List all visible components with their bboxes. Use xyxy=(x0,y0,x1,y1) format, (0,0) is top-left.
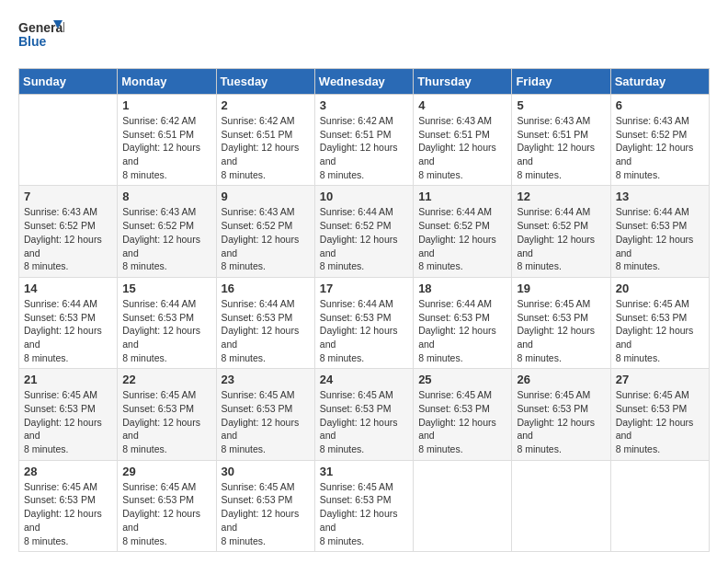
day-info: Sunrise: 6:45 AMSunset: 6:53 PMDaylight:… xyxy=(616,297,704,364)
day-number: 21 xyxy=(24,373,112,386)
day-number: 18 xyxy=(418,282,506,295)
day-info: Sunrise: 6:45 AMSunset: 6:53 PMDaylight:… xyxy=(616,388,704,455)
header-day-wednesday: Wednesday xyxy=(314,69,413,95)
day-info: Sunrise: 6:45 AMSunset: 6:53 PMDaylight:… xyxy=(320,388,408,455)
header-day-tuesday: Tuesday xyxy=(216,69,314,95)
day-number: 31 xyxy=(320,465,408,478)
calendar-table: SundayMondayTuesdayWednesdayThursdayFrid… xyxy=(18,68,710,552)
calendar-cell: 4Sunrise: 6:43 AMSunset: 6:51 PMDaylight… xyxy=(414,95,512,186)
day-number: 24 xyxy=(320,373,408,386)
calendar-cell: 22Sunrise: 6:45 AMSunset: 6:53 PMDayligh… xyxy=(118,369,216,460)
day-info: Sunrise: 6:44 AMSunset: 6:53 PMDaylight:… xyxy=(418,297,506,364)
day-number: 12 xyxy=(517,190,605,203)
calendar-cell: 27Sunrise: 6:45 AMSunset: 6:53 PMDayligh… xyxy=(610,369,709,460)
day-info: Sunrise: 6:44 AMSunset: 6:53 PMDaylight:… xyxy=(616,205,704,272)
day-number: 26 xyxy=(517,373,605,386)
day-number: 10 xyxy=(320,190,408,203)
day-number: 13 xyxy=(616,190,704,203)
day-number: 2 xyxy=(222,98,310,112)
calendar-week-row: 14Sunrise: 6:44 AMSunset: 6:53 PMDayligh… xyxy=(19,277,710,368)
header-day-saturday: Saturday xyxy=(610,69,709,95)
calendar-cell: 11Sunrise: 6:44 AMSunset: 6:52 PMDayligh… xyxy=(414,186,512,277)
calendar-cell: 2Sunrise: 6:42 AMSunset: 6:51 PMDaylight… xyxy=(216,95,314,186)
day-info: Sunrise: 6:44 AMSunset: 6:53 PMDaylight:… xyxy=(24,297,112,364)
day-number: 16 xyxy=(222,282,310,295)
calendar-cell: 26Sunrise: 6:45 AMSunset: 6:53 PMDayligh… xyxy=(512,369,610,460)
day-info: Sunrise: 6:43 AMSunset: 6:51 PMDaylight:… xyxy=(418,114,506,181)
calendar-cell: 6Sunrise: 6:43 AMSunset: 6:52 PMDaylight… xyxy=(610,95,709,186)
day-number: 8 xyxy=(122,190,210,203)
day-info: Sunrise: 6:44 AMSunset: 6:53 PMDaylight:… xyxy=(222,297,310,364)
day-number: 4 xyxy=(418,98,506,112)
day-number: 30 xyxy=(222,465,310,478)
calendar-cell: 21Sunrise: 6:45 AMSunset: 6:53 PMDayligh… xyxy=(19,369,118,460)
calendar-cell: 14Sunrise: 6:44 AMSunset: 6:53 PMDayligh… xyxy=(19,277,118,368)
day-info: Sunrise: 6:44 AMSunset: 6:52 PMDaylight:… xyxy=(517,205,605,272)
day-info: Sunrise: 6:43 AMSunset: 6:52 PMDaylight:… xyxy=(616,114,704,181)
logo: General Blue xyxy=(18,18,64,53)
day-info: Sunrise: 6:45 AMSunset: 6:53 PMDaylight:… xyxy=(122,388,210,455)
calendar-week-row: 1Sunrise: 6:42 AMSunset: 6:51 PMDaylight… xyxy=(19,95,710,186)
day-number: 17 xyxy=(320,282,408,295)
day-number: 20 xyxy=(616,282,704,295)
day-number: 28 xyxy=(24,465,112,478)
calendar-cell: 24Sunrise: 6:45 AMSunset: 6:53 PMDayligh… xyxy=(314,369,413,460)
calendar-cell: 9Sunrise: 6:43 AMSunset: 6:52 PMDaylight… xyxy=(216,186,314,277)
day-info: Sunrise: 6:43 AMSunset: 6:52 PMDaylight:… xyxy=(122,205,210,272)
calendar-week-row: 7Sunrise: 6:43 AMSunset: 6:52 PMDaylight… xyxy=(19,186,710,277)
calendar-cell: 23Sunrise: 6:45 AMSunset: 6:53 PMDayligh… xyxy=(216,369,314,460)
calendar-cell: 18Sunrise: 6:44 AMSunset: 6:53 PMDayligh… xyxy=(414,277,512,368)
day-number: 7 xyxy=(24,190,112,203)
calendar-cell: 3Sunrise: 6:42 AMSunset: 6:51 PMDaylight… xyxy=(314,95,413,186)
day-info: Sunrise: 6:43 AMSunset: 6:51 PMDaylight:… xyxy=(517,114,605,181)
day-number: 11 xyxy=(418,190,506,203)
calendar-cell: 30Sunrise: 6:45 AMSunset: 6:53 PMDayligh… xyxy=(216,460,314,551)
day-number: 25 xyxy=(418,373,506,386)
logo-svg: General Blue xyxy=(18,18,64,53)
day-info: Sunrise: 6:43 AMSunset: 6:52 PMDaylight:… xyxy=(24,205,112,272)
calendar-cell: 29Sunrise: 6:45 AMSunset: 6:53 PMDayligh… xyxy=(118,460,216,551)
calendar-cell: 8Sunrise: 6:43 AMSunset: 6:52 PMDaylight… xyxy=(118,186,216,277)
day-info: Sunrise: 6:44 AMSunset: 6:52 PMDaylight:… xyxy=(418,205,506,272)
day-number: 19 xyxy=(517,282,605,295)
day-info: Sunrise: 6:42 AMSunset: 6:51 PMDaylight:… xyxy=(320,114,408,181)
day-info: Sunrise: 6:44 AMSunset: 6:53 PMDaylight:… xyxy=(122,297,210,364)
day-number: 1 xyxy=(122,98,210,112)
header-day-friday: Friday xyxy=(512,69,610,95)
day-info: Sunrise: 6:45 AMSunset: 6:53 PMDaylight:… xyxy=(517,388,605,455)
calendar-cell: 13Sunrise: 6:44 AMSunset: 6:53 PMDayligh… xyxy=(610,186,709,277)
calendar-header-row: SundayMondayTuesdayWednesdayThursdayFrid… xyxy=(19,69,710,95)
day-info: Sunrise: 6:45 AMSunset: 6:53 PMDaylight:… xyxy=(222,480,310,547)
day-number: 23 xyxy=(222,373,310,386)
header-day-thursday: Thursday xyxy=(414,69,512,95)
calendar-cell: 15Sunrise: 6:44 AMSunset: 6:53 PMDayligh… xyxy=(118,277,216,368)
calendar-cell: 16Sunrise: 6:44 AMSunset: 6:53 PMDayligh… xyxy=(216,277,314,368)
day-info: Sunrise: 6:42 AMSunset: 6:51 PMDaylight:… xyxy=(122,114,210,181)
calendar-cell xyxy=(512,460,610,551)
calendar-cell xyxy=(610,460,709,551)
calendar-cell xyxy=(19,95,118,186)
calendar-cell: 19Sunrise: 6:45 AMSunset: 6:53 PMDayligh… xyxy=(512,277,610,368)
day-number: 5 xyxy=(517,98,605,112)
day-number: 27 xyxy=(616,373,704,386)
calendar-cell: 12Sunrise: 6:44 AMSunset: 6:52 PMDayligh… xyxy=(512,186,610,277)
calendar-cell: 10Sunrise: 6:44 AMSunset: 6:52 PMDayligh… xyxy=(314,186,413,277)
day-number: 22 xyxy=(122,373,210,386)
svg-text:Blue: Blue xyxy=(18,34,47,49)
day-info: Sunrise: 6:45 AMSunset: 6:53 PMDaylight:… xyxy=(24,388,112,455)
day-info: Sunrise: 6:43 AMSunset: 6:52 PMDaylight:… xyxy=(222,205,310,272)
page-header: General Blue xyxy=(18,18,710,53)
calendar-cell: 17Sunrise: 6:44 AMSunset: 6:53 PMDayligh… xyxy=(314,277,413,368)
calendar-cell: 20Sunrise: 6:45 AMSunset: 6:53 PMDayligh… xyxy=(610,277,709,368)
calendar-cell: 25Sunrise: 6:45 AMSunset: 6:53 PMDayligh… xyxy=(414,369,512,460)
calendar-cell xyxy=(414,460,512,551)
calendar-cell: 1Sunrise: 6:42 AMSunset: 6:51 PMDaylight… xyxy=(118,95,216,186)
header-day-sunday: Sunday xyxy=(19,69,118,95)
day-info: Sunrise: 6:45 AMSunset: 6:53 PMDaylight:… xyxy=(122,480,210,547)
day-info: Sunrise: 6:42 AMSunset: 6:51 PMDaylight:… xyxy=(222,114,310,181)
day-info: Sunrise: 6:45 AMSunset: 6:53 PMDaylight:… xyxy=(24,480,112,547)
day-info: Sunrise: 6:45 AMSunset: 6:53 PMDaylight:… xyxy=(222,388,310,455)
calendar-cell: 7Sunrise: 6:43 AMSunset: 6:52 PMDaylight… xyxy=(19,186,118,277)
day-number: 29 xyxy=(122,465,210,478)
day-number: 9 xyxy=(222,190,310,203)
